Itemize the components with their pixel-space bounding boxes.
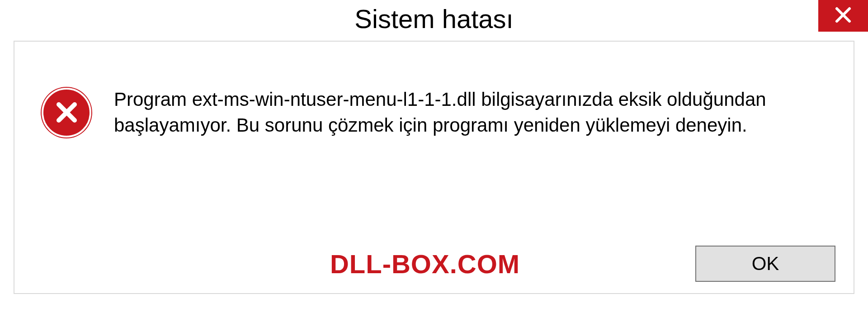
error-message: Program ext-ms-win-ntuser-menu-l1-1-1.dl… [114,87,826,138]
dialog-footer: DLL-BOX.COM OK [14,246,835,282]
ok-button[interactable]: OK [695,246,835,282]
dialog-title: Sistem hatası [354,4,513,34]
watermark-text: DLL-BOX.COM [330,249,520,279]
message-row: Program ext-ms-win-ntuser-menu-l1-1-1.dl… [42,87,826,138]
titlebar: Sistem hatası [0,0,868,41]
close-button[interactable] [818,0,868,32]
dialog-content: Program ext-ms-win-ntuser-menu-l1-1-1.dl… [14,41,854,294]
close-icon [834,6,852,26]
error-icon [42,88,91,138]
